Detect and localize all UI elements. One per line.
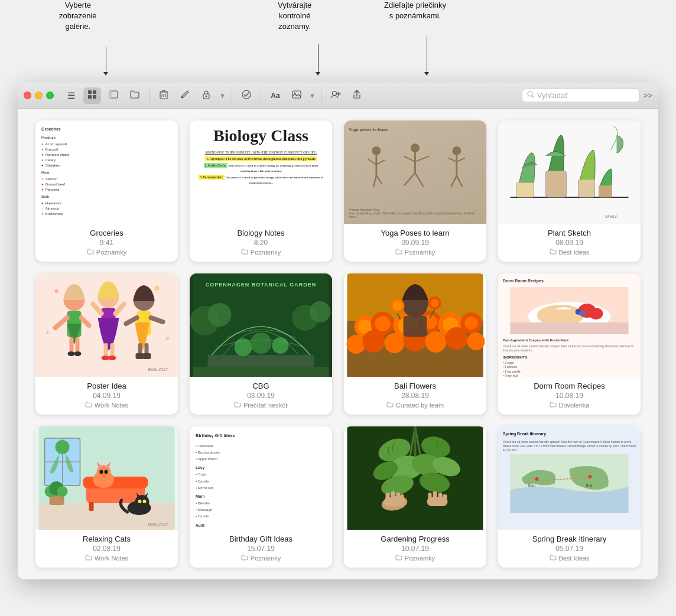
plant-date: 08.09.19 — [503, 239, 636, 247]
svg-line-54 — [82, 318, 89, 325]
yoga-folder: Poznámky — [349, 249, 482, 256]
svg-point-120 — [589, 308, 603, 320]
svg-point-106 — [446, 327, 468, 350]
groceries-title: Groceries — [40, 229, 173, 237]
svg-point-141 — [105, 470, 108, 474]
expand-button[interactable]: >> — [644, 91, 652, 100]
svg-point-129 — [56, 440, 70, 454]
svg-rect-131 — [83, 477, 148, 488]
svg-point-80 — [310, 301, 331, 322]
media-button[interactable] — [288, 87, 306, 104]
svg-point-111 — [393, 301, 402, 311]
svg-rect-169 — [391, 491, 395, 500]
gardening-folder: Poznámky — [349, 555, 482, 562]
search-placeholder: Vyhľadať — [537, 91, 568, 100]
svg-rect-50 — [76, 337, 80, 354]
trash-icon — [160, 90, 168, 101]
svg-rect-45 — [599, 185, 612, 197]
annotation-share: Zdieľajte priečinky s poznámkami. — [384, 0, 446, 21]
svg-rect-168 — [386, 493, 390, 501]
folder-icon-10 — [241, 555, 248, 562]
svg-line-27 — [373, 175, 376, 187]
compose-button[interactable] — [176, 87, 194, 104]
svg-text:End: End — [586, 484, 593, 487]
plant-title: Plant Sketch — [503, 229, 636, 237]
close-button[interactable] — [24, 92, 31, 99]
note-thumb-yoga: Yoga poses to learn — [344, 120, 486, 224]
note-card-yoga[interactable]: Yoga poses to learn — [344, 120, 486, 262]
annotation-gallery: Vyberte zobrazenie galérie. — [59, 0, 97, 32]
poster-date: 04.09.19 — [40, 392, 173, 400]
search-box[interactable]: Vyhľadať — [522, 89, 640, 102]
note-card-cbg[interactable]: COPENHAGEN BOTANICAL GARDEN CBG 03.09.19… — [190, 273, 332, 415]
note-thumb-cbg: COPENHAGEN BOTANICAL GARDEN — [190, 273, 332, 377]
note-card-poster[interactable]: Bella 2017 Poster Idea 04.09.19 Work Not… — [35, 273, 178, 415]
note-card-bali[interactable]: Bali Flowers 28.08.19 Curated by team — [344, 273, 486, 415]
note-card-biology[interactable]: Biology Class ADENOSINE TRIPHOSPHATE (AT… — [190, 120, 332, 262]
note-card-spring[interactable]: Spring Break Itinerary Check out all the… — [498, 426, 641, 568]
svg-point-102 — [363, 330, 385, 353]
dorm-date: 10.08.19 — [503, 392, 636, 400]
sidebar-toggle-button[interactable] — [105, 87, 122, 104]
arrow-gallery — [103, 47, 108, 77]
format-button[interactable]: Aa — [266, 87, 284, 104]
grid-view-button[interactable] — [83, 87, 101, 104]
folders-button[interactable] — [126, 87, 144, 104]
svg-point-152 — [57, 486, 68, 497]
spring-date: 05.07.19 — [503, 545, 636, 553]
note-thumb-poster: Bella 2017 — [35, 273, 178, 377]
add-people-icon — [330, 90, 341, 100]
list-view-button[interactable]: ☰ — [62, 87, 80, 104]
dorm-folder: Dovolenka — [503, 402, 636, 409]
share-button[interactable] — [348, 87, 366, 104]
checklist-button[interactable] — [238, 87, 255, 104]
app-window: ☰ — [18, 83, 658, 579]
minimize-button[interactable] — [35, 92, 43, 99]
note-card-groceries[interactable]: Groceries Produce ● Acorn squash ● Brocc… — [35, 120, 178, 262]
folder-icon-4 — [550, 249, 557, 256]
svg-point-178 — [535, 477, 539, 481]
note-card-dorm[interactable]: Dorm Room Recipes — [498, 273, 641, 415]
svg-point-29 — [411, 144, 420, 152]
note-card-cats[interactable]: Bella 2019 Relaxing Cats 02.08.19 Work N… — [35, 426, 178, 568]
svg-rect-67 — [136, 353, 144, 359]
add-people-button[interactable] — [327, 87, 344, 104]
svg-point-144 — [135, 495, 150, 509]
svg-text:Bella 2019: Bella 2019 — [148, 522, 168, 526]
gardening-title: Gardening Progress — [349, 534, 482, 543]
svg-point-18 — [332, 92, 336, 96]
bali-folder: Curated by team — [349, 402, 482, 409]
lock-button[interactable] — [197, 87, 215, 104]
svg-point-147 — [138, 500, 142, 503]
svg-rect-42 — [516, 182, 534, 197]
separator-4 — [321, 90, 321, 102]
birthday-title: Birthday Gift Ideas — [194, 534, 327, 543]
svg-point-14 — [206, 96, 207, 97]
note-thumb-bali — [344, 273, 486, 377]
note-card-birthday[interactable]: Birthday Gift Ideas • Telescope • Boxing… — [190, 426, 332, 568]
arrow-share — [424, 37, 429, 77]
delete-button[interactable] — [155, 87, 173, 104]
birthday-folder: Poznámky — [194, 555, 327, 562]
note-card-plant[interactable]: Sketch Plant Sketch 08.09.19 Best Ideas — [498, 120, 641, 262]
svg-point-122 — [580, 311, 586, 317]
fullscreen-button[interactable] — [46, 92, 54, 99]
svg-point-35 — [452, 146, 461, 155]
dorm-title: Dorm Room Recipes — [503, 382, 636, 390]
svg-rect-3 — [93, 95, 96, 99]
note-card-gardening[interactable]: Gardening Progress 10.07.19 Poznámky — [344, 426, 486, 568]
note-info-poster: Poster Idea 04.09.19 Work Notes — [35, 377, 178, 415]
svg-point-107 — [467, 333, 485, 350]
svg-point-101 — [347, 335, 366, 354]
svg-point-179 — [589, 475, 592, 478]
svg-point-78 — [208, 303, 232, 327]
note-info-cats: Relaxing Cats 02.08.19 Work Notes — [35, 530, 178, 568]
note-info-gardening: Gardening Progress 10.07.19 Poznámky — [344, 530, 486, 568]
svg-point-83 — [251, 333, 272, 354]
folder-icon-7 — [386, 402, 394, 409]
svg-point-105 — [425, 331, 447, 353]
note-thumb-cats: Bella 2019 — [35, 426, 178, 530]
svg-point-140 — [100, 470, 103, 474]
titlebar: ☰ — [18, 83, 658, 109]
groceries-folder: Poznámky — [40, 249, 173, 256]
